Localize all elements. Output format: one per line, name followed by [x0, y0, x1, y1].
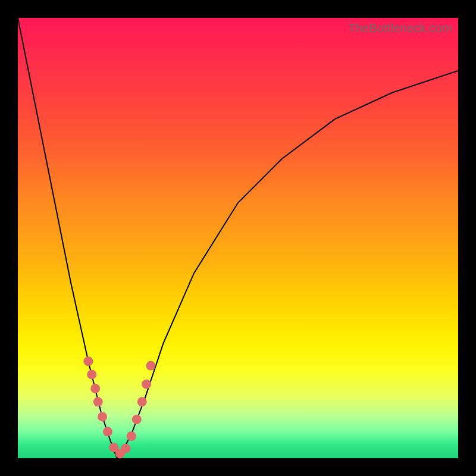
highlight-markers [83, 356, 155, 458]
bottleneck-curve [18, 18, 458, 458]
marker-point [103, 427, 112, 437]
marker-point [93, 397, 103, 406]
marker-point [90, 384, 100, 393]
marker-point [127, 431, 136, 441]
marker-point [121, 444, 130, 453]
marker-point [132, 415, 142, 424]
marker-point [83, 356, 93, 366]
marker-point [98, 412, 107, 421]
curve-svg [18, 18, 458, 458]
chart-frame: TheBottleneck.com [0, 0, 476, 476]
plot-area: TheBottleneck.com [18, 18, 458, 458]
marker-point [146, 361, 156, 371]
marker-point [137, 397, 147, 406]
marker-point [142, 380, 151, 389]
marker-point [87, 369, 96, 379]
